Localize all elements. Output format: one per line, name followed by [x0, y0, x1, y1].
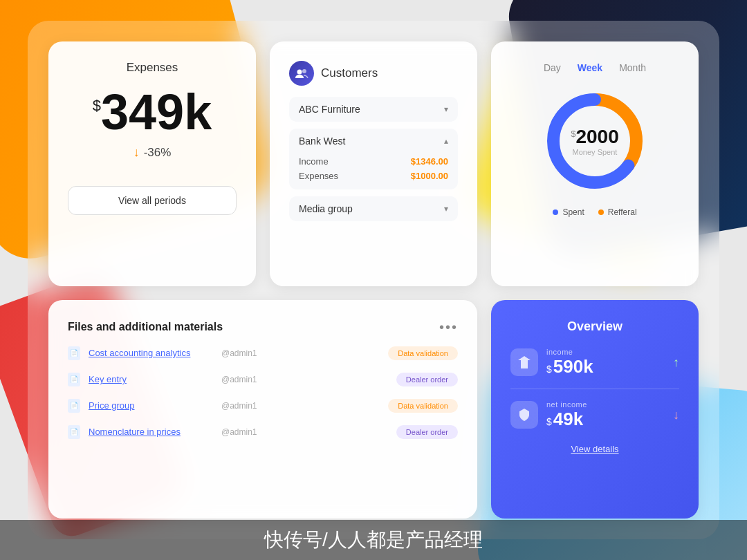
file-row-4: 📄 Nomenclature in prices @admin1 Dealer …: [68, 424, 458, 440]
income-label: Income: [299, 156, 329, 167]
income-value: 590k: [553, 356, 593, 377]
referral-dot: [598, 209, 604, 215]
legend-spent: Spent: [553, 207, 584, 217]
files-title: Files and additional materials: [68, 321, 223, 333]
svg-marker-5: [518, 356, 531, 368]
customers-title: Customers: [321, 66, 378, 80]
expenses-card: Expenses $ 349k ↓ -36% View all periods: [48, 41, 256, 286]
chevron-down-icon: ▾: [444, 104, 448, 114]
customer-item-media[interactable]: Media group ▾: [289, 196, 458, 221]
bankwest-content: Income $1346.00 Expenses $1000.00: [289, 153, 458, 189]
files-header: Files and additional materials •••: [68, 319, 458, 335]
file-user-4: @admin1: [221, 427, 388, 437]
customers-header: Customers: [289, 61, 458, 86]
overview-income-row: income $ 590k ↑: [510, 348, 679, 377]
file-user-3: @admin1: [221, 401, 380, 411]
income-icon: [510, 348, 538, 376]
file-row-3: 📄 Price group @admin1 Data validation: [68, 398, 458, 414]
income-value: $1346.00: [411, 156, 448, 167]
bankwest-label: Bank West: [299, 136, 345, 147]
expenses-dollar: $: [93, 97, 101, 115]
file-icon-4: 📄: [68, 425, 80, 439]
expenses-change-value: -36%: [144, 146, 172, 160]
bankwest-header[interactable]: Bank West ▴: [289, 129, 458, 153]
file-icon-3: 📄: [68, 399, 80, 413]
overview-netincome-row: net income $ 49k ↓: [510, 400, 679, 430]
file-badge-2: Dealer order: [396, 373, 458, 386]
chart-legend: Spent Refferal: [510, 207, 679, 217]
income-label: income: [546, 348, 593, 356]
file-name-2[interactable]: Key entry: [89, 374, 213, 384]
netincome-dollar: $: [546, 416, 552, 427]
overview-title: Overview: [510, 319, 679, 334]
divider: [510, 389, 679, 389]
more-options-button[interactable]: •••: [439, 319, 458, 335]
income-row: Income $1346.00: [299, 156, 448, 167]
watermark: 快传号/人人都是产品经理: [0, 520, 747, 560]
tab-day[interactable]: Day: [541, 61, 564, 75]
files-card: Files and additional materials ••• 📄 Cos…: [48, 300, 477, 519]
overview-netincome-data: net income $ 49k: [546, 400, 587, 430]
file-row-1: 📄 Cost accounting analytics @admin1 Data…: [68, 345, 458, 362]
chart-dollar: $: [571, 129, 575, 139]
chart-subtitle: Money Spent: [571, 148, 619, 156]
expenses-change: ↓ -36%: [133, 145, 172, 160]
netincome-icon: [510, 401, 538, 429]
dashboard: Expenses $ 349k ↓ -36% View all periods …: [28, 21, 719, 539]
file-badge-4: Dealer order: [396, 425, 458, 439]
file-icon-1: 📄: [68, 346, 80, 360]
tab-week[interactable]: Week: [575, 61, 605, 75]
chart-amount: 2000: [575, 126, 618, 148]
chevron-up-icon: ▴: [444, 136, 448, 146]
file-user-2: @admin1: [221, 375, 388, 384]
expenses-row: Expenses $1000.00: [299, 171, 448, 181]
overview-income-data: income $ 590k: [546, 348, 593, 377]
file-name-4[interactable]: Nomenclature in prices: [89, 427, 213, 437]
customer-item-bankwest: Bank West ▴ Income $1346.00 Expenses $10…: [289, 129, 458, 189]
donut-center: $ 2000 Money Spent: [571, 126, 619, 156]
expenses-value: $1000.00: [411, 171, 448, 181]
file-badge-1: Data validation: [388, 346, 458, 360]
spent-label: Spent: [562, 207, 584, 217]
expenses-number: 349k: [101, 87, 212, 137]
file-badge-3: Data validation: [388, 399, 458, 413]
expenses-title: Expenses: [127, 61, 178, 75]
customer-item-abc[interactable]: ABC Furniture ▾: [289, 97, 458, 122]
file-name-1[interactable]: Cost accounting analytics: [89, 348, 213, 358]
view-all-button[interactable]: View all periods: [68, 186, 237, 215]
chevron-down-icon-2: ▾: [444, 204, 448, 214]
income-dollar: $: [546, 364, 552, 375]
income-up-arrow-icon: ↑: [673, 355, 679, 370]
view-details-link[interactable]: View details: [510, 444, 679, 454]
income-amount: $ 590k: [546, 356, 593, 377]
svg-point-1: [302, 69, 306, 73]
tab-month[interactable]: Month: [616, 61, 649, 75]
file-icon-2: 📄: [68, 373, 80, 386]
file-row-2: 📄 Key entry @admin1 Dealer order: [68, 371, 458, 388]
customer-abc-label: ABC Furniture: [299, 104, 360, 115]
legend-referral: Refferal: [598, 207, 637, 217]
netincome-down-arrow-icon: ↓: [673, 408, 679, 422]
expenses-amount-container: $ 349k: [93, 87, 212, 137]
donut-chart: $ 2000 Money Spent: [540, 86, 650, 196]
file-user-1: @admin1: [221, 348, 380, 358]
overview-card: Overview income $ 590k ↑: [491, 300, 699, 519]
customers-card: Customers ABC Furniture ▾ Bank West ▴ In…: [270, 41, 477, 286]
referral-label: Refferal: [608, 207, 637, 217]
spent-dot: [553, 209, 558, 215]
customers-icon: [289, 61, 314, 86]
file-name-3[interactable]: Price group: [89, 400, 213, 411]
down-arrow-icon: ↓: [133, 145, 140, 160]
media-group-label: Media group: [299, 203, 353, 214]
chart-card: Day Week Month $ 2000 Money Spent: [491, 41, 699, 286]
svg-point-0: [297, 70, 302, 75]
netincome-amount: $ 49k: [546, 409, 587, 430]
netincome-label: net income: [546, 400, 587, 409]
netincome-value: 49k: [553, 409, 583, 430]
chart-tabs: Day Week Month: [510, 61, 679, 75]
expenses-label: Expenses: [299, 171, 338, 181]
